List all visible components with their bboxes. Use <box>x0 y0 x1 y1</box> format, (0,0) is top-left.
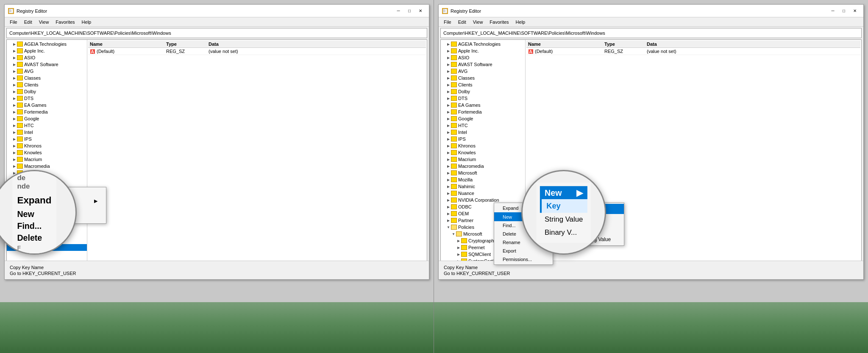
menu-bar-right: File Edit View Favorites Help <box>439 17 863 27</box>
expander-ageia: ▶ <box>12 42 17 47</box>
window-controls-right[interactable]: ─ □ ✕ <box>828 7 860 15</box>
expander-khronos: ▶ <box>12 143 17 148</box>
bg-landscape-left <box>0 302 434 353</box>
address-text-right: Computer\HKEY_LOCAL_MACHINE\SOFTWARE\Pol… <box>443 31 605 36</box>
tree-item-avg[interactable]: ▶ AVG <box>7 68 87 75</box>
tree-item-avast[interactable]: ▶ AVAST Software <box>7 61 87 68</box>
copy-key-name-right[interactable]: Copy Key Name <box>442 264 860 270</box>
menu-favorites-left[interactable]: Favorites <box>52 19 78 25</box>
title-bar-left: Registry Editor ─ □ ✕ <box>5 5 429 17</box>
tree-item-macromedia-r[interactable]: ▶ Macromedia <box>441 163 525 170</box>
svg-rect-5 <box>443 10 445 10</box>
tree-item-dts[interactable]: ▶ DTS <box>7 95 87 102</box>
copy-key-name-left[interactable]: Copy Key Name <box>8 264 426 270</box>
label-eagames: EA Games <box>24 103 47 108</box>
detail-row-default-right: 🅰️(Default) REG_SZ (value not set) <box>526 48 860 55</box>
expander-apple: ▶ <box>12 48 17 53</box>
folder-icon-eagames <box>17 103 23 108</box>
minimize-button-right[interactable]: ─ <box>828 7 838 15</box>
col-header-data-right: Data <box>647 42 859 47</box>
tree-item-classes[interactable]: ▶ Classes <box>7 75 87 81</box>
tree-item-ageia-r[interactable]: ▶ AGEIA Technologies <box>441 41 525 47</box>
tree-item-classes-r[interactable]: ▶ Classes <box>441 75 525 81</box>
expander-macrium: ▶ <box>12 157 17 162</box>
tree-item-fortemedia-r[interactable]: ▶ Fortemedia <box>441 108 525 115</box>
content-area-left: ▶ AGEIA Technologies ▶ Apple Inc. ▶ ASIO <box>6 39 427 278</box>
folder-icon-ageia <box>17 42 23 47</box>
label-cryptography: Cryptography <box>468 238 496 243</box>
value-icon-left: 🅰️ <box>90 49 95 54</box>
menu-edit-right[interactable]: Edit <box>455 19 470 25</box>
menu-file-left[interactable]: File <box>6 19 21 25</box>
tree-item-mozilla-r[interactable]: ▶ Mozilla <box>441 176 525 183</box>
tree-item-intel[interactable]: ▶ Intel <box>7 129 87 136</box>
close-button-left[interactable]: ✕ <box>415 7 426 15</box>
menu-file-right[interactable]: File <box>440 19 455 25</box>
tree-item-htc-r[interactable]: ▶ HTC <box>441 122 525 129</box>
tree-item-dolby-r[interactable]: ▶ Dolby <box>441 88 525 95</box>
tree-item-apple[interactable]: ▶ Apple Inc. <box>7 47 87 54</box>
expander-dolby: ▶ <box>12 89 17 94</box>
tree-item-nahimic-r[interactable]: ▶ Nahimic <box>441 183 525 190</box>
expander-avg: ▶ <box>12 69 17 74</box>
tree-item-google-r[interactable]: ▶ Google <box>441 115 525 122</box>
label-dolby: Dolby <box>24 89 36 94</box>
tree-item-khronos[interactable]: ▶ Khronos <box>7 142 87 149</box>
tree-item-avg-r[interactable]: ▶ AVG <box>441 68 525 75</box>
tree-item-eagames[interactable]: ▶ EA Games <box>7 102 87 108</box>
value-type-default-right: REG_SZ <box>604 49 647 54</box>
tree-item-macrium-r[interactable]: ▶ Macrium <box>441 156 525 163</box>
tree-item-eagames-r[interactable]: ▶ EA Games <box>441 102 525 108</box>
tree-item-google[interactable]: ▶ Google <box>7 115 87 122</box>
svg-rect-6 <box>443 11 446 11</box>
magnifier-content-left: dende Expand New Find... Delete F <box>12 170 56 255</box>
tree-item-asio[interactable]: ▶ ASIO <box>7 54 87 61</box>
tree-item-fortemedia[interactable]: ▶ Fortemedia <box>7 108 87 115</box>
menu-view-right[interactable]: View <box>470 19 487 25</box>
tree-item-ageia[interactable]: ▶ AGEIA Technologies <box>7 41 87 47</box>
menu-edit-left[interactable]: Edit <box>21 19 36 25</box>
tree-item-dolby[interactable]: ▶ Dolby <box>7 88 87 95</box>
tree-item-macrium[interactable]: ▶ Macrium <box>7 156 87 163</box>
tree-item-ips-r[interactable]: ▶ IPS <box>441 136 525 142</box>
svg-rect-3 <box>9 11 11 12</box>
col-header-name-left: Name <box>90 42 166 47</box>
maximize-button-left[interactable]: □ <box>404 7 415 15</box>
window-controls-left[interactable]: ─ □ ✕ <box>393 7 426 15</box>
tree-item-apple-r[interactable]: ▶ Apple Inc. <box>441 47 525 54</box>
tree-item-htc[interactable]: ▶ HTC <box>7 122 87 129</box>
expander-ips: ▶ <box>12 136 17 142</box>
expander-dts: ▶ <box>12 96 17 101</box>
tree-item-clients-r[interactable]: ▶ Clients <box>441 81 525 88</box>
tree-item-macromedia[interactable]: ▶ Macromedia <box>7 163 87 170</box>
tree-item-nuance-r[interactable]: ▶ Nuance <box>441 190 525 197</box>
ctx-permissions-right[interactable]: Permissions... <box>494 255 553 264</box>
go-to-hkey-right[interactable]: Go to HKEY_CURRENT_USER <box>442 270 860 276</box>
menu-help-right[interactable]: Help <box>512 19 529 25</box>
tree-item-intel-r[interactable]: ▶ Intel <box>441 129 525 136</box>
folder-icon-asio <box>17 55 23 60</box>
close-button-right[interactable]: ✕ <box>850 7 860 15</box>
address-bar-right: Computer\HKEY_LOCAL_MACHINE\SOFTWARE\Pol… <box>440 28 862 38</box>
tree-item-asio-r[interactable]: ▶ ASIO <box>441 54 525 61</box>
folder-icon-intel <box>17 130 23 135</box>
tree-item-clients[interactable]: ▶ Clients <box>7 81 87 88</box>
expander-eagames: ▶ <box>12 103 17 108</box>
minimize-button-left[interactable]: ─ <box>393 7 403 15</box>
tree-item-knowles[interactable]: ▶ Knowles <box>7 149 87 156</box>
folder-icon-clients <box>17 82 23 87</box>
expander-avast: ▶ <box>12 62 17 67</box>
tree-item-khronos-r[interactable]: ▶ Khronos <box>441 142 525 149</box>
menu-favorites-right[interactable]: Favorites <box>486 19 512 25</box>
menu-view-left[interactable]: View <box>36 19 53 25</box>
tree-item-ips[interactable]: ▶ IPS <box>7 136 87 142</box>
tree-item-dts-r[interactable]: ▶ DTS <box>441 95 525 102</box>
menu-help-left[interactable]: Help <box>78 19 95 25</box>
maximize-button-right[interactable]: □ <box>839 7 849 15</box>
tree-item-microsoft-r[interactable]: ▶ Microsoft <box>441 170 525 176</box>
label-asio: ASIO <box>24 55 35 60</box>
col-header-data-left: Data <box>209 42 424 47</box>
tree-item-knowles-r[interactable]: ▶ Knowles <box>441 149 525 156</box>
tree-item-avast-r[interactable]: ▶ AVAST Software <box>441 61 525 68</box>
go-to-hkey-left[interactable]: Go to HKEY_CURRENT_USER <box>8 270 426 276</box>
